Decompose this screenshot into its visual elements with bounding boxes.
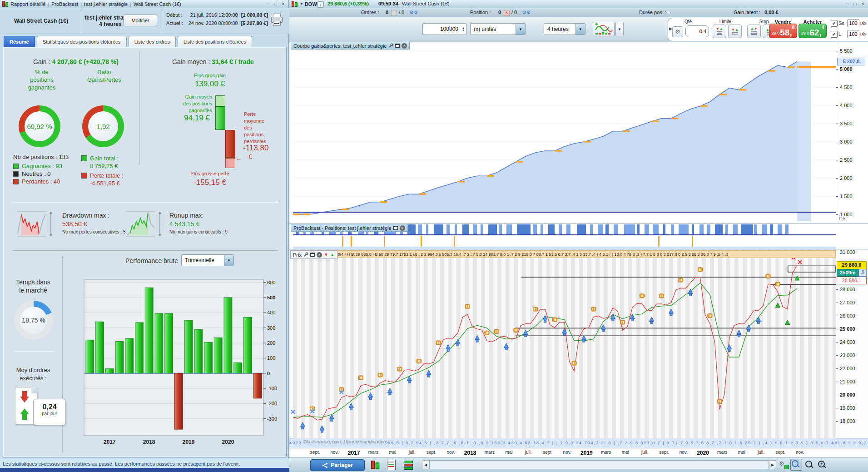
limite-order-button-2[interactable]: ▼▲: [728, 25, 742, 38]
legend-swatch: [13, 171, 19, 177]
chevron-down-icon[interactable]: ▼: [516, 24, 525, 35]
wrench-icon[interactable]: [388, 43, 393, 48]
stop-order-button-1[interactable]: ▲▼: [747, 25, 761, 38]
qte-value-field[interactable]: 0.4: [685, 25, 709, 37]
close-icon[interactable]: ×: [400, 225, 405, 231]
perf-bar: [204, 342, 213, 373]
share-button[interactable]: Partager: [310, 459, 365, 471]
panel-collapse-icon[interactable]: ▶: [669, 26, 672, 31]
position-bar: [679, 224, 689, 234]
detach-window-icon[interactable]: [393, 226, 398, 230]
minimize-icon[interactable]: ─: [844, 1, 850, 6]
date-label: sept.: [422, 450, 441, 455]
chevron-down-icon[interactable]: ▼: [224, 255, 233, 266]
timeframe-dropdown[interactable]: 4 heures ▼: [544, 23, 585, 35]
chart-style-chevron-icon[interactable]: ▼: [615, 22, 624, 36]
perf-bar: [224, 298, 232, 373]
news-doc-icon[interactable]: [387, 460, 396, 470]
sell-button[interactable]: 29 858,8: [769, 24, 797, 38]
red-down-arrow-icon: [22, 391, 27, 397]
close-icon[interactable]: ×: [280, 1, 286, 6]
order-tick: [421, 236, 422, 247]
position-bar: [770, 224, 773, 234]
actuel-date: 24 nov. 2020 08:00:00: [188, 20, 238, 26]
tab-resume-active[interactable]: Résumé: [4, 36, 35, 47]
chevron-down-icon[interactable]: ▼: [575, 24, 585, 35]
gain-latent-label: Gain latent :: [734, 10, 760, 15]
drawdown-value: 538,50 €: [62, 220, 87, 228]
chart-style-button[interactable]: [593, 22, 615, 36]
close-icon[interactable]: ×: [402, 43, 407, 49]
scroll-right-button[interactable]: ▶: [769, 460, 776, 469]
limite-order-button-1[interactable]: ▼▲: [713, 25, 726, 38]
svg-text:2018: 2018: [143, 439, 155, 445]
info-icon[interactable]: i: [317, 1, 324, 8]
tab-2[interactable]: Liste des ordres: [129, 36, 176, 47]
ss-value-field[interactable]: 100: [847, 19, 859, 27]
window-buttons[interactable]: ─□×: [265, 1, 286, 6]
price-pane-header[interactable]: Prix × ▼ ▲: [290, 250, 337, 259]
price-chart[interactable]: [289, 249, 868, 438]
positions-pane-header[interactable]: ProBacktest - Positions: test j.ehler st…: [291, 224, 408, 232]
svg-text:600: 600: [267, 280, 275, 285]
ordres-gear-icon[interactable]: ⚙⚙: [409, 10, 418, 15]
maximize-icon[interactable]: □: [273, 1, 278, 6]
zoom-in-button[interactable]: +: [817, 460, 827, 472]
horizontal-scrollbar[interactable]: [429, 460, 769, 469]
symbol-name[interactable]: DOW: [305, 1, 317, 7]
tab-3[interactable]: Liste des positions clôturées: [178, 36, 252, 47]
position-bar: [455, 224, 457, 234]
duree-position: Durée pos. : -: [639, 10, 670, 15]
legend-label: Neutres : 0: [22, 170, 51, 177]
equity-curve-chart[interactable]: [289, 42, 868, 224]
print-icon[interactable]: [271, 14, 283, 26]
buy-button[interactable]: 29 862,4: [799, 24, 827, 38]
position-bar: [671, 224, 674, 234]
detach-window-icon[interactable]: [310, 253, 315, 257]
scroll-left-button[interactable]: ◀: [422, 460, 429, 469]
positions-list-icon[interactable]: [404, 461, 413, 468]
units-dropdown[interactable]: (x) unités ▼: [470, 23, 526, 35]
candlestick-tool-icon[interactable]: [371, 461, 379, 469]
zoom-out-button[interactable]: −: [804, 460, 814, 472]
position-bar: [754, 224, 757, 234]
l-checkbox[interactable]: ✓: [831, 31, 838, 38]
tab-1[interactable]: Statistiques des positions clôturées: [37, 36, 127, 47]
gains-pane-header[interactable]: Courbe gains&pertes: test j.ehler straté…: [291, 42, 410, 50]
perf-period-dropdown[interactable]: Trimestrielle ▼: [181, 254, 234, 266]
header-debut-row: Début : 21 juil. 2016 12:00:00 [1 000,00…: [166, 12, 268, 18]
wrench-icon[interactable]: [303, 252, 308, 257]
date-label: juil.: [519, 450, 537, 455]
nb-positions: Nb de positions : 133: [13, 154, 69, 160]
spinner-arrows-icon[interactable]: ▲▼: [460, 26, 466, 32]
window-buttons[interactable]: ─□×: [844, 1, 866, 6]
buy-arrow-icon[interactable]: ▲: [330, 252, 335, 257]
breadcrumb-segment: test j.ehler stratégie: [84, 1, 128, 7]
plus-gros-gain-value: 139,00 €: [171, 79, 248, 89]
sell-arrow-icon[interactable]: ▼: [324, 252, 328, 257]
symbol-dropdown-icon[interactable]: ▼: [300, 2, 303, 6]
l-value-field[interactable]: 100: [847, 30, 859, 38]
waterfall-arrow-left: ←: [236, 155, 242, 162]
position-close-icon[interactable]: ×: [504, 10, 510, 16]
position-gear-icon[interactable]: ⚙⚙: [522, 10, 531, 15]
close-icon[interactable]: ×: [860, 1, 866, 6]
chart-settings-wrench-icon[interactable]: ⚙: [779, 460, 789, 470]
ordres-cancel-icon[interactable]: [391, 10, 397, 16]
zoom-select-tool[interactable]: ↕: [790, 459, 802, 471]
temps-marche-label: Temps dansle marché: [7, 278, 60, 294]
l-label: L: [838, 31, 841, 37]
modify-button[interactable]: Modifier: [124, 15, 157, 26]
maximize-icon[interactable]: □: [852, 1, 858, 6]
waterfall-arrow-right: →: [203, 104, 209, 111]
minimize-icon[interactable]: ─: [265, 1, 271, 6]
order-settings-wrench-icon[interactable]: ⚙: [672, 26, 683, 37]
detach-window-icon[interactable]: [395, 44, 400, 48]
l-unit: pts: [860, 31, 866, 36]
position-bar: [785, 224, 789, 234]
close-icon[interactable]: ×: [317, 252, 322, 258]
svg-text:0: 0: [267, 371, 270, 376]
svg-text:2020: 2020: [222, 439, 234, 445]
ss-checkbox[interactable]: ✓: [831, 20, 838, 27]
quantity-spinner[interactable]: 100000 ▲▼: [422, 23, 467, 35]
